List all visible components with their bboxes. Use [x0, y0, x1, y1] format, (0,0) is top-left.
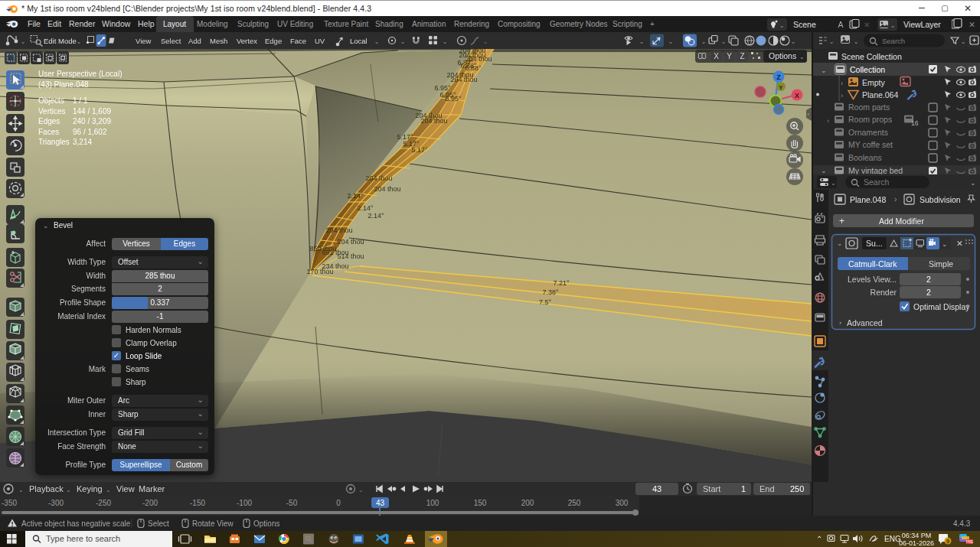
svg-text:⌄: ⌄ [66, 487, 71, 493]
svg-text:Faces: Faces [38, 128, 59, 136]
svg-text:Optimal Display: Optimal Display [913, 302, 970, 311]
svg-text:Collection: Collection [850, 65, 885, 74]
svg-text:Active object has negative sca: Active object has negative scale [21, 519, 131, 528]
svg-text:Keying: Keying [77, 484, 103, 493]
svg-text:Playback: Playback [29, 484, 64, 493]
svg-text:Search: Search [864, 177, 889, 187]
svg-text:Select: Select [148, 519, 169, 528]
svg-text:-150: -150 [190, 499, 205, 507]
svg-text:2.14°: 2.14° [368, 212, 384, 220]
svg-text:Add Modifier: Add Modifier [879, 217, 924, 226]
svg-text:⌄: ⌄ [890, 22, 896, 29]
svg-text:Empty: Empty [862, 78, 886, 87]
svg-text:⌄: ⌄ [721, 38, 727, 45]
svg-text:⌃: ⌃ [816, 535, 822, 543]
svg-text:›: › [841, 92, 843, 99]
svg-text:MY coffe set: MY coffe set [848, 140, 893, 149]
svg-text:Options: Options [253, 519, 279, 528]
svg-text:Z: Z [740, 52, 744, 60]
svg-text:Plane.064: Plane.064 [862, 90, 898, 99]
svg-text:⌄: ⌄ [483, 38, 488, 45]
svg-text:240 / 3,209: 240 / 3,209 [73, 117, 111, 125]
svg-text:Levels View...: Levels View... [848, 275, 897, 284]
svg-text:⌄: ⌄ [400, 38, 406, 45]
svg-text:9: 9 [946, 538, 949, 545]
svg-text:204 thou: 204 thou [450, 76, 477, 83]
svg-text:7.38°: 7.38° [542, 288, 559, 296]
svg-text:2: 2 [926, 288, 931, 297]
svg-text:Local: Local [350, 37, 368, 45]
svg-text:200: 200 [521, 499, 534, 507]
svg-text:Catmull-Clark: Catmull-Clark [848, 259, 897, 269]
svg-text:Vertex: Vertex [237, 37, 257, 45]
svg-text:7.21°: 7.21° [553, 279, 570, 287]
svg-text:⌄: ⌄ [854, 38, 859, 45]
svg-text:2: 2 [926, 275, 931, 284]
svg-text:250: 250 [568, 499, 581, 507]
svg-text:144 / 1,609: 144 / 1,609 [73, 107, 111, 116]
svg-text:204 thou: 204 thou [337, 238, 364, 246]
svg-text:⌄: ⌄ [21, 38, 26, 45]
svg-text:User Perspective (Local): User Perspective (Local) [38, 70, 122, 78]
svg-text:X: X [795, 92, 799, 99]
svg-text:Advanced: Advanced [847, 318, 883, 327]
svg-text:⌄: ⌄ [821, 67, 827, 74]
svg-text:⌄: ⌄ [831, 180, 836, 187]
svg-text:06-01-2026: 06-01-2026 [899, 539, 934, 547]
svg-text:Room parts: Room parts [848, 103, 890, 112]
svg-text:204 thou: 204 thou [365, 174, 392, 182]
svg-text:Booleans: Booleans [848, 153, 882, 162]
svg-text:⌄: ⌄ [821, 167, 827, 174]
svg-text:⌄: ⌄ [942, 240, 948, 248]
svg-text:Subdivision: Subdivision [920, 195, 961, 204]
svg-text:Triangles: Triangles [38, 138, 70, 146]
svg-text:-200: -200 [142, 499, 158, 507]
svg-text:2.14°: 2.14° [347, 192, 364, 200]
svg-text:170 thou: 170 thou [306, 268, 333, 275]
svg-text:204 thou: 204 thou [374, 185, 400, 193]
svg-text:✕: ✕ [864, 21, 870, 29]
svg-text:✕: ✕ [969, 20, 975, 29]
svg-text:204 thou: 204 thou [420, 117, 447, 125]
svg-text:Scene: Scene [793, 20, 816, 29]
svg-text:›: › [894, 194, 897, 203]
svg-text:ViewLayer: ViewLayer [903, 20, 941, 29]
svg-text:⌄: ⌄ [77, 38, 82, 45]
svg-text:Edge: Edge [265, 37, 282, 45]
svg-text:View: View [136, 37, 152, 45]
svg-text:Marker: Marker [139, 484, 165, 493]
svg-text:⌄: ⌄ [837, 239, 843, 247]
svg-text:Search: Search [882, 37, 905, 45]
svg-text:›: › [827, 117, 829, 125]
svg-text:-300: -300 [48, 499, 64, 507]
svg-text:150: 150 [474, 499, 487, 507]
svg-text:100: 100 [426, 499, 439, 507]
svg-text:Render: Render [871, 288, 897, 297]
svg-text:Objects: Objects [38, 96, 64, 105]
svg-text:View: View [116, 484, 135, 493]
svg-text:Y: Y [727, 52, 732, 60]
svg-text:Add: Add [188, 37, 201, 45]
svg-text:UV: UV [315, 37, 325, 45]
svg-text:+: + [839, 216, 844, 226]
svg-text:⌄: ⌄ [779, 22, 785, 29]
svg-text:Type here to search: Type here to search [46, 534, 120, 543]
svg-text:Simple: Simple [929, 259, 953, 269]
svg-text:06:34 PM: 06:34 PM [902, 532, 932, 539]
svg-text:End: End [760, 484, 775, 493]
svg-text:⌄: ⌄ [358, 487, 364, 493]
svg-text:4.4.3: 4.4.3 [953, 519, 971, 528]
svg-text:300: 300 [616, 499, 629, 507]
svg-text:16: 16 [911, 119, 919, 127]
svg-text:1: 1 [741, 484, 746, 493]
svg-text:⌄: ⌄ [374, 38, 380, 45]
svg-text:514 thou: 514 thou [337, 252, 364, 260]
svg-text:PRE: PRE [966, 540, 973, 544]
svg-text:⌄: ⌄ [791, 38, 796, 45]
svg-text:5.17°: 5.17° [411, 146, 428, 154]
svg-text:Ornaments: Ornaments [848, 128, 888, 137]
svg-text:2.14°: 2.14° [357, 204, 374, 212]
svg-text:Edges: Edges [38, 117, 60, 125]
svg-text:Room props: Room props [848, 115, 892, 124]
svg-text:-100: -100 [237, 499, 252, 507]
